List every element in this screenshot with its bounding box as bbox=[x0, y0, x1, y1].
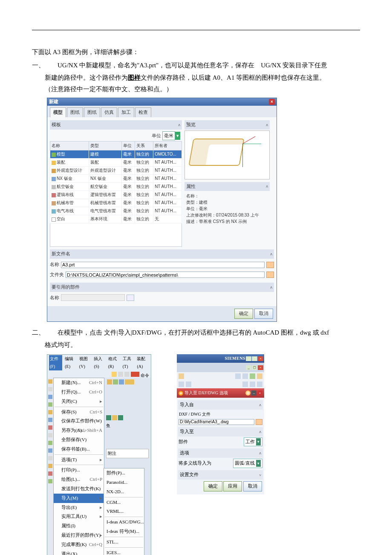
submenu-item[interactable]: NX-2D... bbox=[104, 487, 144, 497]
toolbar-icon[interactable] bbox=[257, 382, 262, 387]
browse-button[interactable] bbox=[266, 272, 274, 278]
minimize-icon[interactable]: – bbox=[251, 390, 257, 396]
toolbar-icon[interactable] bbox=[119, 379, 124, 384]
menubar-item[interactable]: 插入(S) bbox=[94, 355, 105, 370]
menubar-item[interactable]: 装配(A) bbox=[137, 355, 149, 370]
apply-button[interactable]: 应用 bbox=[223, 481, 242, 491]
table-row[interactable]: 外观造型设计外观造型设计毫米独立的NT AUTH... bbox=[50, 167, 182, 175]
table-row[interactable]: 逻辑布线逻辑管线布置毫米独立的NT AUTH... bbox=[50, 191, 182, 199]
browse-button[interactable] bbox=[256, 419, 262, 425]
menu-item[interactable]: 属性(I) bbox=[54, 521, 104, 531]
menu-item[interactable]: 仅保存工作部件(W) bbox=[54, 416, 104, 426]
tab-drawing1[interactable]: 图纸 bbox=[67, 107, 83, 117]
menu-item[interactable]: 导入(M)▸ bbox=[54, 494, 104, 503]
ref-input[interactable] bbox=[61, 294, 125, 301]
sidebar-icon[interactable] bbox=[48, 402, 52, 407]
toolbar-icon[interactable] bbox=[186, 382, 191, 387]
table-row[interactable]: 航空钣金航空钣金毫米独立的NT AUTH... bbox=[50, 183, 182, 191]
toolbar-icon[interactable] bbox=[112, 415, 117, 420]
menu-item[interactable]: 完成草图(K)Ctrl+Q bbox=[54, 540, 104, 549]
opt-combo[interactable]: 圆弧/直线▾ bbox=[233, 459, 262, 468]
minimize-icon[interactable]: _ bbox=[246, 365, 251, 370]
help-icon[interactable] bbox=[245, 390, 251, 396]
submenu-item[interactable]: VRML... bbox=[104, 507, 144, 516]
menu-item[interactable]: 退出(X) bbox=[54, 549, 104, 555]
toolbar-icon[interactable] bbox=[112, 372, 117, 377]
close-icon[interactable]: × bbox=[258, 356, 263, 361]
sidebar-icon[interactable] bbox=[48, 433, 52, 437]
toolbar-icon[interactable] bbox=[242, 382, 248, 387]
table-row[interactable]: 模型建模毫米独立的OMOLTO... bbox=[50, 150, 182, 159]
redo-icon[interactable] bbox=[124, 372, 130, 377]
close-icon[interactable]: × bbox=[258, 365, 263, 370]
menu-item[interactable]: 保存书签(B)... bbox=[54, 445, 104, 454]
menubar-item[interactable]: 工具(T) bbox=[123, 355, 135, 370]
ok-button[interactable]: 确定 bbox=[204, 481, 222, 491]
tab-inspect[interactable]: 检查 bbox=[135, 107, 151, 117]
menubar-item[interactable]: 视图(V) bbox=[79, 355, 92, 370]
browse-button[interactable] bbox=[266, 262, 274, 268]
sidebar-icon[interactable] bbox=[48, 464, 52, 468]
toolbar-icon[interactable] bbox=[250, 373, 255, 379]
toolbar-icon[interactable] bbox=[179, 373, 184, 379]
chevron-down-icon[interactable] bbox=[106, 415, 111, 420]
toolbar-icon[interactable] bbox=[125, 379, 134, 384]
sidebar-icon[interactable] bbox=[48, 479, 52, 483]
menu-item[interactable]: 选项(T)▸ bbox=[54, 455, 104, 465]
menubar-item[interactable]: 格式(R) bbox=[108, 355, 120, 370]
ok-button[interactable]: 确定 bbox=[234, 309, 253, 319]
submenu-item[interactable]: I-deas 符号(M)... bbox=[104, 527, 144, 536]
ref-browse-button[interactable] bbox=[127, 295, 134, 301]
toolbar-icon[interactable] bbox=[118, 415, 123, 420]
sidebar-icon[interactable] bbox=[48, 387, 52, 391]
sidebar-icon[interactable] bbox=[48, 410, 52, 414]
menubar-item[interactable]: 文件(F) bbox=[49, 355, 62, 370]
toolbar-icon[interactable] bbox=[113, 379, 118, 384]
submenu-item[interactable]: CGM... bbox=[104, 498, 144, 507]
tab-mfg[interactable]: 加工 bbox=[118, 107, 134, 117]
menu-item[interactable]: 实用工具(U)▸ bbox=[54, 512, 104, 521]
close-icon[interactable]: × bbox=[257, 390, 262, 396]
menu-item[interactable]: 绘图(L)...Ctrl+P bbox=[54, 475, 104, 484]
minimize-icon[interactable]: _ bbox=[246, 356, 251, 361]
submenu-item[interactable]: I-deas ASC/DWG... bbox=[104, 517, 144, 527]
table-row[interactable]: NX 钣金NX 钣金毫米独立的NT AUTH... bbox=[50, 175, 182, 183]
sidebar-icon[interactable] bbox=[48, 441, 52, 445]
sidebar-icon[interactable] bbox=[48, 418, 52, 422]
cancel-button[interactable]: 取消 bbox=[243, 481, 262, 491]
undo-icon[interactable] bbox=[118, 372, 123, 377]
menu-item[interactable]: 另存为(A)...Ctrl+Shift+A bbox=[54, 426, 104, 435]
submenu-item[interactable]: IGES... bbox=[104, 548, 144, 555]
close-icon[interactable]: × bbox=[269, 99, 275, 105]
file-path-input[interactable] bbox=[179, 419, 254, 425]
table-row[interactable]: 机械布管机械管线布置毫米独立的NT AUTH... bbox=[50, 199, 182, 207]
menubar-item[interactable]: 编辑(E) bbox=[65, 355, 77, 370]
command-icon[interactable] bbox=[131, 372, 139, 377]
name-input[interactable] bbox=[61, 262, 265, 268]
toolbar-icon[interactable] bbox=[179, 382, 184, 387]
sidebar-icon[interactable] bbox=[48, 425, 52, 430]
menu-item[interactable]: 关闭(C)▸ bbox=[54, 397, 104, 406]
tab-model[interactable]: 模型 bbox=[50, 107, 66, 117]
submenu-item[interactable]: STL... bbox=[104, 538, 144, 547]
menu-item[interactable]: 保存(S)Ctrl+S bbox=[54, 408, 104, 417]
menu-item[interactable]: 打开(Q)...Ctrl+O bbox=[54, 387, 104, 397]
menu-item[interactable]: 打印(P)... bbox=[54, 465, 104, 475]
toolbar-icon[interactable] bbox=[250, 382, 255, 387]
sidebar-icon[interactable] bbox=[48, 448, 52, 453]
toolbar-icon[interactable] bbox=[235, 373, 241, 379]
sidebar-icon[interactable] bbox=[48, 395, 52, 399]
maximize-icon[interactable]: □ bbox=[252, 365, 257, 370]
toolbar-icon[interactable] bbox=[242, 373, 248, 379]
table-row[interactable]: 装配装配毫米独立的NT AUTH... bbox=[50, 159, 182, 167]
table-row[interactable]: 空白基本环境毫米独立的无 bbox=[50, 215, 182, 223]
chevron-down-icon[interactable]: ▾ bbox=[175, 132, 180, 140]
tab-drawing2[interactable]: 图纸 bbox=[84, 107, 100, 117]
maximize-icon[interactable]: □ bbox=[252, 356, 257, 361]
sidebar-icon[interactable] bbox=[48, 379, 52, 384]
sidebar-icon[interactable] bbox=[48, 471, 52, 476]
cancel-button[interactable]: 取消 bbox=[254, 309, 273, 319]
menu-item[interactable]: 全部保存(V) bbox=[54, 435, 104, 445]
submenu-item[interactable]: Parasolid... bbox=[104, 478, 144, 487]
menu-item[interactable]: 最近打开的部件(Y)▸ bbox=[54, 531, 104, 540]
